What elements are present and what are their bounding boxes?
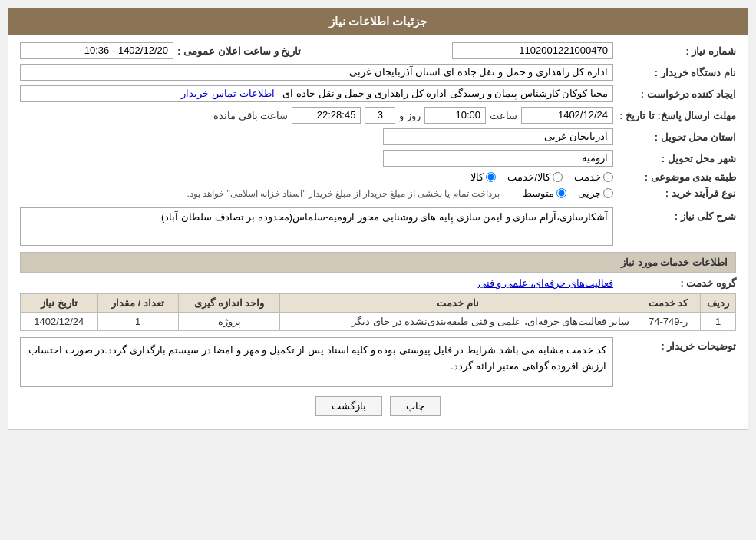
- tabaqe-kala-label: کالا: [470, 171, 484, 183]
- mohlat-roz-label: روز و: [399, 110, 421, 121]
- ostan-value: آذربایجان غربی: [383, 128, 613, 145]
- ijad-label: ایجاد کننده درخواست :: [613, 88, 736, 100]
- page-wrapper: جزئیات اطلاعات نیاز شماره نیاز : 1102001…: [0, 0, 756, 540]
- shomara-niaz-label: شماره نیاز :: [613, 45, 736, 57]
- ostan-row: استان محل تحویل : آذربایجان غربی: [20, 128, 736, 145]
- tarikh-value: 1402/12/20 - 10:36: [20, 42, 173, 59]
- shahr-row: شهر محل تحویل : ارومیه: [20, 150, 736, 167]
- nam-dastgah-value: اداره کل راهداری و حمل و نقل جاده ای است…: [20, 64, 613, 81]
- farayand-motavasset[interactable]: متوسط: [523, 187, 566, 199]
- farayand-note: پرداخت تمام یا بخشی از مبلغ خریدار از مب…: [187, 188, 500, 199]
- goroh-row: گروه خدمت : فعالیت‌های حرفه‌ای، علمی و ف…: [20, 277, 736, 289]
- tarikh-label: تاریخ و ساعت اعلان عمومی :: [173, 45, 301, 57]
- mohlat-baqi-value: 22:28:45: [292, 107, 361, 124]
- mohlat-roz-value: 3: [365, 107, 395, 124]
- print-button[interactable]: چاپ: [390, 396, 441, 416]
- header-title: جزئیات اطلاعات نیاز: [329, 15, 427, 28]
- ijad-text: محیا کوکان کارشناس پیمان و رسیدگی اداره …: [282, 88, 608, 99]
- sharh-label: شرح کلی نیاز :: [613, 207, 736, 222]
- main-container: جزئیات اطلاعات نیاز شماره نیاز : 1102001…: [8, 8, 748, 430]
- col-code: کد خدمت: [636, 294, 700, 313]
- tabaqe-kala-khidmat[interactable]: کالا/خدمت: [507, 171, 563, 183]
- shahr-value: ارومیه: [383, 150, 613, 167]
- farayand-radio-motavasset[interactable]: [556, 188, 566, 198]
- col-tarikh: تاریخ نیاز: [21, 294, 98, 313]
- farayand-jozii-label: جزیی: [578, 187, 601, 199]
- cell-name: سایر فعالیت‌های حرفه‌ای، علمی و فنی طبقه…: [280, 313, 636, 331]
- content-area: شماره نیاز : 1102001221000470 تاریخ و سا…: [8, 35, 748, 429]
- mohlat-date: 1402/12/24: [521, 107, 613, 124]
- tabaqe-khidmat-label: خدمت: [574, 171, 601, 183]
- sharh-value: آشکارسازی،آرام سازی و ایمن سازی پایه های…: [20, 207, 613, 246]
- back-button[interactable]: بازگشت: [315, 396, 382, 416]
- ijad-row: ایجاد کننده درخواست : محیا کوکان کارشناس…: [20, 85, 736, 102]
- towzih-row: توضیحات خریدار : کد خدمت مشابه می باشد.ش…: [20, 337, 736, 387]
- towzih-value: کد خدمت مشابه می باشد.شرایط در فایل پیوس…: [20, 337, 613, 387]
- mohlat-saat-label: ساعت: [490, 110, 517, 121]
- cell-unit: پروژه: [178, 313, 280, 331]
- col-unit: واحد اندازه گیری: [178, 294, 280, 313]
- nam-dastgah-row: نام دستگاه خریدار : اداره کل راهداری و ح…: [20, 64, 736, 81]
- buttons-row: چاپ بازگشت: [20, 396, 736, 416]
- towzih-text: کد خدمت مشابه می باشد.شرایط در فایل پیوس…: [28, 344, 606, 372]
- section2-title: اطلاعات خدمات مورد نیاز: [621, 257, 728, 268]
- col-tedad: تعداد / مقدار: [97, 294, 178, 313]
- tabaqe-kala-khidmat-label: کالا/خدمت: [507, 171, 550, 183]
- sharh-text: آشکارسازی،آرام سازی و ایمن سازی پایه های…: [161, 211, 608, 223]
- col-radif: ردیف: [701, 294, 736, 313]
- nam-dastgah-label: نام دستگاه خریدار :: [613, 67, 736, 78]
- farayand-motavasset-label: متوسط: [523, 187, 554, 199]
- shomara-tarikh-row: شماره نیاز : 1102001221000470 تاریخ و سا…: [20, 42, 736, 59]
- goroh-value[interactable]: فعالیت‌های حرفه‌ای، علمی و فنی: [478, 277, 613, 289]
- tabaqe-radio-kala[interactable]: [486, 172, 496, 182]
- sharh-row: شرح کلی نیاز : آشکارسازی،آرام سازی و ایم…: [20, 207, 736, 246]
- mohlat-baqi-label: ساعت باقی مانده: [213, 110, 288, 121]
- ijad-value: محیا کوکان کارشناس پیمان و رسیدگی اداره …: [20, 85, 613, 102]
- cell-radif: 1: [701, 313, 736, 331]
- ijad-link[interactable]: اطلاعات تماس خریدار: [181, 88, 274, 99]
- goroh-label: گروه خدمت :: [613, 277, 736, 289]
- page-header: جزئیات اطلاعات نیاز: [8, 8, 748, 35]
- tabaqe-radio-kala-khidmat[interactable]: [553, 172, 563, 182]
- cell-code: ر-749-74: [636, 313, 700, 331]
- farayand-label: نوع فرآیند خرید :: [613, 187, 736, 199]
- mohlat-label: مهلت ارسال پاسخ: تا تاریخ :: [613, 110, 736, 121]
- section2-header: اطلاعات خدمات مورد نیاز: [20, 252, 736, 273]
- tabaqe-label: طبقه بندی موضوعی :: [613, 171, 736, 183]
- ostan-label: استان محل تحویل :: [613, 131, 736, 143]
- towzih-label: توضیحات خریدار :: [613, 337, 736, 352]
- cell-tedad: 1: [97, 313, 178, 331]
- shomara-niaz-value: 1102001221000470: [452, 42, 613, 59]
- farayand-jozii[interactable]: جزیی: [578, 187, 613, 199]
- services-table: ردیف کد خدمت نام خدمت واحد اندازه گیری ت…: [20, 293, 736, 331]
- farayand-radio-jozii[interactable]: [603, 188, 613, 198]
- tabaqe-radio-khidmat[interactable]: [603, 172, 613, 182]
- tabaqe-row: طبقه بندی موضوعی : خدمت کالا/خدمت کالا: [20, 171, 736, 183]
- col-name: نام خدمت: [280, 294, 636, 313]
- mohlat-row: مهلت ارسال پاسخ: تا تاریخ : 1402/12/24 س…: [20, 107, 736, 124]
- cell-tarikh: 1402/12/24: [21, 313, 98, 331]
- tabaqe-khidmat[interactable]: خدمت: [574, 171, 613, 183]
- table-row: 1 ر-749-74 سایر فعالیت‌های حرفه‌ای، علمی…: [21, 313, 736, 331]
- shahr-label: شهر محل تحویل :: [613, 153, 736, 164]
- divider1: [20, 204, 736, 204]
- tabaqe-kala[interactable]: کالا: [470, 171, 496, 183]
- mohlat-saat-value: 10:00: [424, 107, 486, 124]
- farayand-row: نوع فرآیند خرید : جزیی متوسط پرداخت تمام…: [20, 187, 736, 199]
